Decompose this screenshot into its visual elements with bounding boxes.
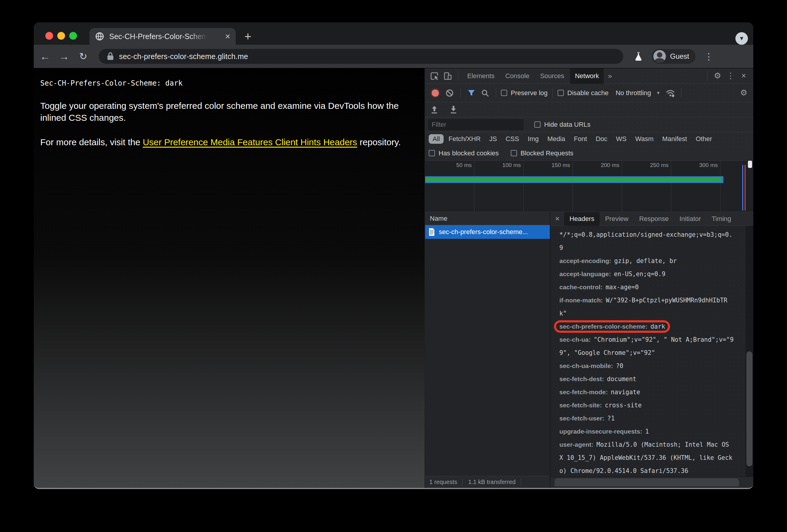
minimize-window-button[interactable]: [57, 32, 65, 40]
new-tab-button[interactable]: +: [240, 29, 255, 44]
close-window-button[interactable]: [45, 32, 53, 40]
tab-console[interactable]: Console: [501, 68, 534, 84]
profile-chip[interactable]: Guest: [651, 49, 696, 64]
page-heading: Sec-CH-Prefers-Color-Scheme: dark: [40, 79, 418, 87]
detail-tab-response[interactable]: Response: [634, 212, 674, 226]
window-controls: [45, 32, 77, 40]
request-header-line: sec-ch-ua-mobile:?0: [559, 359, 734, 373]
resource-type-pill[interactable]: Media: [544, 134, 569, 144]
blocked-requests-checkbox[interactable]: Blocked Requests: [511, 149, 573, 157]
resource-type-pill[interactable]: Wasm: [631, 134, 658, 144]
reload-button[interactable]: ↻: [76, 51, 91, 62]
request-detail-pane: × Headers Preview Response Initiator Tim…: [550, 212, 753, 488]
filter-input[interactable]: [428, 119, 524, 130]
inspect-element-icon[interactable]: [429, 70, 441, 82]
tick-label: 300 ms: [671, 161, 721, 169]
beaker-icon[interactable]: [634, 51, 643, 62]
transferred-size: 1.1 kB transferred: [468, 479, 515, 486]
disable-cache-checkbox[interactable]: Disable cache: [558, 89, 609, 97]
detail-tab-headers[interactable]: Headers: [564, 212, 600, 226]
detail-tab-timing[interactable]: Timing: [706, 212, 737, 226]
forward-button[interactable]: →: [57, 51, 72, 62]
search-icon[interactable]: [479, 87, 491, 99]
resource-type-pill[interactable]: Manifest: [658, 134, 691, 144]
network-conditions-icon[interactable]: [664, 87, 676, 99]
maximize-window-button[interactable]: [69, 32, 77, 40]
hide-data-urls-checkbox[interactable]: Hide data URLs: [534, 121, 590, 129]
filter-row: Hide data URLs: [425, 117, 753, 132]
resource-type-pill[interactable]: Fetch/XHR: [445, 134, 485, 144]
overview-ticks: 50 ms100 ms150 ms200 ms250 ms300 ms: [425, 161, 753, 169]
resource-type-pill[interactable]: Doc: [592, 134, 611, 144]
resource-type-pill[interactable]: Font: [570, 134, 591, 144]
request-header-line: user-agent:Mozilla/5.0 (Macintosh; Intel…: [559, 438, 734, 476]
detail-close-icon[interactable]: ×: [550, 214, 564, 223]
lock-icon: [107, 52, 114, 61]
detail-horizontal-scrollbar[interactable]: [550, 476, 753, 488]
request-headers-list: */*;q=0.8,application/signed-exchange;v=…: [550, 226, 753, 476]
request-header-line: sec-fetch-mode:navigate: [559, 385, 734, 399]
preserve-log-checkbox[interactable]: Preserve log: [501, 89, 548, 97]
overview-scroll-indicator[interactable]: [748, 161, 752, 168]
resource-type-pill[interactable]: Other: [692, 134, 716, 144]
detail-tabbar: × Headers Preview Response Initiator Tim…: [550, 212, 753, 226]
detail-tab-initiator[interactable]: Initiator: [674, 212, 706, 226]
tab-search-button[interactable]: ▼: [736, 32, 748, 45]
throttling-select[interactable]: No throttling: [616, 89, 651, 97]
request-header-line: sec-ch-ua:"Chromium";v="92", " Not A;Bra…: [559, 333, 734, 359]
name-column-header[interactable]: Name: [425, 212, 550, 225]
devtools-tabbar: Elements Console Sources Network » ⚙ ⋮ ×: [425, 68, 753, 84]
detail-tab-preview[interactable]: Preview: [600, 212, 634, 226]
tab-title: Sec-CH-Prefers-Color-Scheme: [109, 32, 208, 41]
export-har-icon[interactable]: [449, 105, 458, 114]
resource-type-pill[interactable]: WS: [612, 134, 630, 144]
load-event-marker: [745, 165, 746, 210]
devtools-menu-icon[interactable]: ⋮: [725, 70, 737, 82]
resource-type-pill[interactable]: JS: [485, 134, 501, 144]
tick-label: 150 ms: [524, 161, 573, 169]
page-content: Sec-CH-Prefers-Color-Scheme: dark Toggle…: [34, 68, 425, 488]
tick-label: 100 ms: [474, 161, 524, 169]
request-header-line: */*;q=0.8,application/signed-exchange;v=…: [559, 228, 734, 254]
has-blocked-cookies-checkbox[interactable]: Has blocked cookies: [429, 149, 499, 157]
browser-toolbar: ← → ↻ sec-ch-prefers-color-scheme.glitch…: [34, 45, 753, 68]
request-header-line: sec-fetch-site:cross-site: [559, 399, 734, 412]
tab-network[interactable]: Network: [570, 68, 604, 84]
resource-type-pill[interactable]: CSS: [502, 134, 523, 144]
tick-label: 200 ms: [573, 161, 622, 169]
detail-vertical-scrollbar[interactable]: [746, 226, 753, 476]
domcontentloaded-marker: [742, 165, 743, 210]
avatar: [653, 50, 666, 63]
request-row-selected[interactable]: sec-ch-prefers-color-scheme...: [425, 225, 550, 239]
overview-request-bar: [425, 176, 723, 183]
network-status-bar: 1 requests 1.1 kB transferred: [425, 476, 550, 488]
resource-type-pill[interactable]: All: [429, 134, 444, 144]
resource-type-filters: All Fetch/XHR JS CSS Img Media Font Doc …: [425, 132, 753, 146]
record-network-log-button[interactable]: [432, 89, 439, 96]
request-header-line: sec-ch-prefers-color-scheme:dark: [559, 320, 734, 333]
request-header-line: upgrade-insecure-requests:1: [559, 425, 734, 438]
tab-sources[interactable]: Sources: [535, 68, 569, 84]
har-toolbar: [425, 102, 753, 117]
back-button[interactable]: ←: [37, 51, 53, 62]
tab-elements[interactable]: Elements: [463, 68, 499, 84]
request-name: sec-ch-prefers-color-scheme...: [439, 228, 528, 236]
more-tabs-icon[interactable]: »: [605, 72, 615, 80]
address-bar[interactable]: sec-ch-prefers-color-scheme.glitch.me: [99, 49, 623, 64]
network-settings-icon[interactable]: ⚙: [738, 87, 750, 99]
browser-menu-icon[interactable]: ⋮: [704, 51, 713, 62]
device-toolbar-icon[interactable]: [442, 70, 454, 82]
resource-type-pill[interactable]: Img: [524, 134, 543, 144]
browser-tab[interactable]: Sec-CH-Prefers-Color-Scheme ×: [89, 28, 236, 45]
network-overview[interactable]: 50 ms100 ms150 ms200 ms250 ms300 ms: [425, 161, 753, 212]
request-header-line: sec-fetch-dest:document: [559, 373, 734, 385]
devtools-close-icon[interactable]: ×: [738, 70, 750, 82]
filter-icon[interactable]: [465, 87, 477, 99]
import-har-icon[interactable]: [430, 105, 439, 114]
request-header-line: cache-control:max-age=0: [559, 281, 734, 294]
tab-close-icon[interactable]: ×: [225, 32, 230, 41]
browser-window: Sec-CH-Prefers-Color-Scheme × + ▼ ← → ↻ …: [34, 22, 753, 489]
repository-link[interactable]: User Preference Media Features Client Hi…: [143, 137, 357, 147]
clear-network-log-icon[interactable]: [444, 87, 455, 99]
devtools-settings-icon[interactable]: ⚙: [711, 70, 723, 82]
